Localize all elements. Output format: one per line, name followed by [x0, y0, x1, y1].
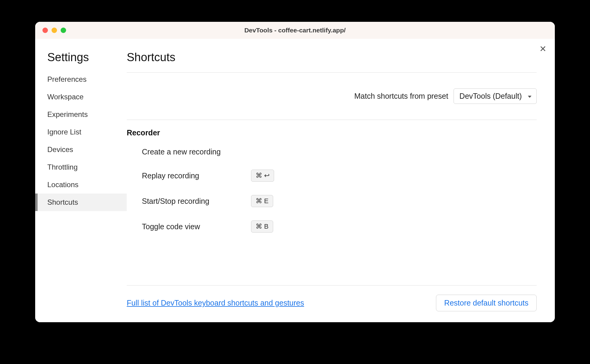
key-combo: ⌘ ↩	[251, 170, 274, 182]
sidebar-item-locations[interactable]: Locations	[35, 176, 127, 194]
shortcut-keys: ⌘ B	[251, 220, 273, 233]
sidebar-item-shortcuts[interactable]: Shortcuts	[35, 194, 127, 211]
key-combo: ⌘ B	[251, 220, 273, 233]
sidebar-item-preferences[interactable]: Preferences	[35, 71, 127, 88]
sidebar-item-label: Devices	[47, 145, 73, 154]
shortcut-row[interactable]: Create a new recording	[127, 141, 537, 163]
sidebar-item-workspace[interactable]: Workspace	[35, 88, 127, 106]
maximize-window-button[interactable]	[61, 28, 66, 33]
shortcuts-list: Recorder Create a new recording Replay r…	[127, 120, 537, 286]
preset-select[interactable]: DevTools (Default)	[454, 88, 537, 104]
sidebar-item-throttling[interactable]: Throttling	[35, 158, 127, 176]
shortcut-label: Create a new recording	[127, 147, 251, 156]
settings-sidebar: Settings Preferences Workspace Experimen…	[35, 39, 127, 322]
traffic-lights	[35, 28, 66, 33]
preset-row: Match shortcuts from preset DevTools (De…	[127, 73, 537, 120]
sidebar-item-ignore-list[interactable]: Ignore List	[35, 123, 127, 141]
minimize-window-button[interactable]	[52, 28, 57, 33]
sidebar-item-label: Preferences	[47, 75, 86, 83]
sidebar-item-label: Experiments	[47, 110, 88, 118]
footer-row: Full list of DevTools keyboard shortcuts…	[127, 286, 537, 322]
preset-label: Match shortcuts from preset	[354, 92, 448, 101]
shortcut-keys: ⌘ E	[251, 195, 273, 207]
sidebar-item-label: Ignore List	[47, 128, 81, 136]
shortcut-row[interactable]: Toggle code view ⌘ B	[127, 214, 537, 239]
sidebar-item-label: Locations	[47, 180, 79, 189]
devtools-window: DevTools - coffee-cart.netlify.app/ ✕ Se…	[35, 22, 555, 322]
titlebar: DevTools - coffee-cart.netlify.app/	[35, 22, 555, 39]
sidebar-item-label: Throttling	[47, 163, 78, 171]
sidebar-item-label: Shortcuts	[47, 198, 78, 206]
window-title: DevTools - coffee-cart.netlify.app/	[35, 27, 555, 34]
shortcut-label: Start/Stop recording	[127, 197, 251, 206]
sidebar-item-label: Workspace	[47, 93, 84, 101]
panel-title: Shortcuts	[127, 51, 537, 73]
sidebar-item-experiments[interactable]: Experiments	[35, 106, 127, 123]
shortcut-row[interactable]: Replay recording ⌘ ↩	[127, 163, 537, 188]
close-window-button[interactable]	[42, 28, 48, 33]
main-panel: Shortcuts Match shortcuts from preset De…	[127, 39, 555, 322]
shortcut-label: Toggle code view	[127, 222, 251, 231]
full-shortcuts-link[interactable]: Full list of DevTools keyboard shortcuts…	[127, 299, 304, 307]
section-title-recorder: Recorder	[127, 120, 537, 141]
close-settings-button[interactable]: ✕	[539, 45, 546, 53]
key-combo: ⌘ E	[251, 195, 273, 207]
content-area: ✕ Settings Preferences Workspace Experim…	[35, 39, 555, 322]
preset-select-value: DevTools (Default)	[459, 92, 522, 100]
shortcut-row[interactable]: Start/Stop recording ⌘ E	[127, 188, 537, 214]
shortcut-keys: ⌘ ↩	[251, 170, 274, 182]
sidebar-item-devices[interactable]: Devices	[35, 141, 127, 158]
sidebar-title: Settings	[35, 51, 127, 71]
restore-defaults-button[interactable]: Restore default shortcuts	[436, 295, 537, 311]
shortcut-label: Replay recording	[127, 171, 251, 180]
